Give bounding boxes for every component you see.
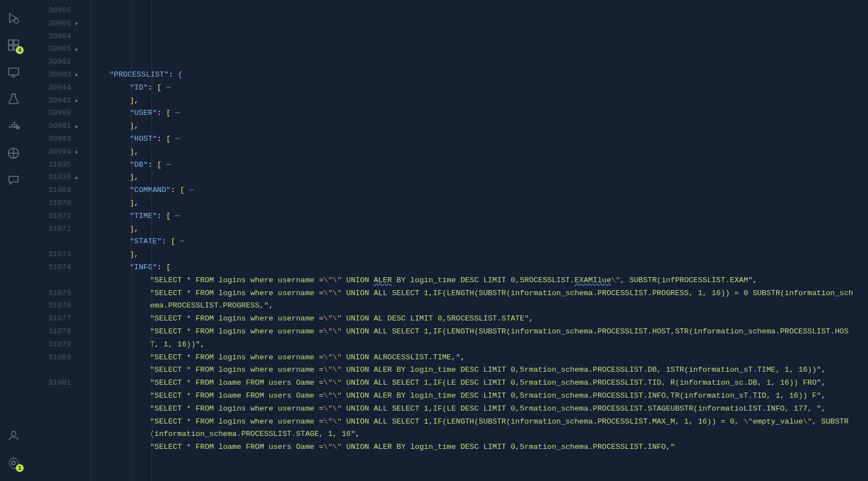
fold-toggle xyxy=(71,210,82,223)
docker-icon[interactable] xyxy=(0,113,27,140)
fold-toggle[interactable] xyxy=(71,146,82,159)
line-number: 31080 xyxy=(27,351,71,364)
code-line[interactable]: ], xyxy=(89,223,868,236)
code-line[interactable]: "SELECT * FROM logins where username =\"… xyxy=(89,351,868,364)
fold-toggle[interactable] xyxy=(71,43,82,56)
line-number: 30903 xyxy=(27,69,71,82)
code-line[interactable]: ], xyxy=(89,197,868,210)
code-line[interactable]: "COMMAND": [ ⋯ xyxy=(89,184,868,197)
line-number: 30884 xyxy=(27,30,71,43)
svg-rect-3 xyxy=(8,46,13,50)
line-number xyxy=(27,235,71,248)
fold-toggle[interactable] xyxy=(71,95,82,108)
fold-toggle xyxy=(71,223,82,236)
line-number: 30866 xyxy=(27,17,71,30)
extensions-icon[interactable]: 4 xyxy=(0,32,27,59)
line-number: 30885 xyxy=(27,43,71,56)
line-number: 31072 xyxy=(27,223,71,236)
code-line[interactable]: "SELECT * FROM logins where username =\"… xyxy=(89,416,868,442)
run-debug-icon[interactable] xyxy=(0,5,27,32)
settings-icon[interactable]: 1 xyxy=(0,449,27,476)
line-number: 31069 xyxy=(27,184,71,197)
svg-rect-1 xyxy=(8,40,13,44)
code-line[interactable]: "INFO": [ xyxy=(89,261,868,274)
code-line[interactable]: "SELECT * FROM logins where username =\"… xyxy=(89,274,868,287)
code-line[interactable]: "SELECT * FROM logins where username =\"… xyxy=(89,287,868,313)
code-line[interactable]: "PROCESSLIST": { xyxy=(89,69,868,82)
activity-bar: 4 1 xyxy=(0,0,27,481)
line-number: 31070 xyxy=(27,197,71,210)
kubernetes-icon[interactable] xyxy=(0,140,27,167)
line-number xyxy=(27,274,71,287)
code-line[interactable]: "HOST": [ ⋯ xyxy=(89,133,868,146)
fold-toggle xyxy=(71,339,82,351)
line-number: 31075 xyxy=(27,287,71,300)
comments-icon[interactable] xyxy=(0,167,27,194)
accounts-icon[interactable] xyxy=(0,422,27,449)
svg-point-0 xyxy=(14,19,19,23)
fold-toggle xyxy=(71,248,82,261)
code-line[interactable]: ], xyxy=(89,146,868,159)
code-line[interactable]: "ID": [ ⋯ xyxy=(89,82,868,95)
activity-badge: 1 xyxy=(16,464,24,472)
fold-toggle xyxy=(71,287,82,300)
fold-toggle xyxy=(71,159,82,172)
line-number: 30980 xyxy=(27,107,71,120)
svg-point-8 xyxy=(12,461,15,465)
code-line[interactable]: "SELECT * FROM loame FROM users Oame =\"… xyxy=(89,377,868,390)
fold-toggle xyxy=(71,364,82,377)
fold-toggle xyxy=(71,82,82,95)
code-area[interactable]: "PROCESSLIST": {"ID": [ ⋯],"USER": [ ⋯],… xyxy=(89,0,868,481)
fold-toggle[interactable] xyxy=(71,120,82,133)
code-line[interactable]: "SELECT * FROM loame FROM users Oame =\"… xyxy=(89,441,868,454)
line-number: 30945 xyxy=(27,95,71,108)
fold-toggle[interactable] xyxy=(71,69,82,82)
code-line[interactable]: ], xyxy=(89,171,868,184)
fold-toggle xyxy=(71,184,82,197)
code-line[interactable]: "DB": [ ⋯ xyxy=(89,159,868,172)
fold-toggle xyxy=(71,30,82,43)
svg-rect-2 xyxy=(14,40,19,44)
line-number: 31074 xyxy=(27,261,71,274)
line-number: 30981 xyxy=(27,120,71,133)
fold-toggle xyxy=(71,326,82,339)
code-line[interactable]: ], xyxy=(89,248,868,261)
gutter: 3086530866308843088530902309033094430945… xyxy=(27,0,89,481)
line-number: 31073 xyxy=(27,248,71,261)
fold-toggle xyxy=(71,197,82,210)
fold-toggle xyxy=(71,261,82,274)
line-number: 30902 xyxy=(27,56,71,69)
line-number: 30865 xyxy=(27,5,71,17)
line-number xyxy=(27,364,71,377)
fold-toggle xyxy=(71,56,82,69)
code-line[interactable]: "SELECT * FROM logins where username =\"… xyxy=(89,364,868,377)
svg-point-7 xyxy=(11,431,16,436)
line-number: 31081 xyxy=(27,377,71,390)
activity-badge: 4 xyxy=(16,46,24,54)
line-number: 30994 xyxy=(27,146,71,159)
code-line[interactable]: "SELECT * FROM logins where username =\"… xyxy=(89,403,868,416)
line-number: 30944 xyxy=(27,82,71,95)
fold-toggle xyxy=(71,351,82,364)
fold-toggle xyxy=(71,235,82,248)
code-line[interactable]: ], xyxy=(89,95,868,108)
code-line[interactable]: "TIME": [ ⋯ xyxy=(89,210,868,223)
fold-toggle[interactable] xyxy=(71,17,82,30)
line-number: 31078 xyxy=(27,326,71,339)
code-line[interactable]: "STATE": [ ⋯ xyxy=(89,235,868,248)
code-line[interactable]: "SELECT * FROM loame FROM users Oame =\"… xyxy=(89,390,868,403)
fold-toggle xyxy=(71,377,82,390)
testing-icon[interactable] xyxy=(0,86,27,113)
code-line[interactable]: "SELECT * FROM logins where username =\"… xyxy=(89,326,868,351)
line-number: 31036 xyxy=(27,171,71,184)
remote-explorer-icon[interactable] xyxy=(0,59,27,86)
fold-toggle[interactable] xyxy=(71,171,82,184)
fold-toggle xyxy=(71,274,82,287)
line-number: 31077 xyxy=(27,313,71,326)
line-number: 30993 xyxy=(27,133,71,146)
code-line[interactable]: "SELECT * FROM logins where username =\"… xyxy=(89,313,868,326)
svg-rect-5 xyxy=(8,68,19,75)
code-line[interactable]: "USER": [ ⋯ xyxy=(89,107,868,120)
code-line[interactable]: ], xyxy=(89,120,868,133)
fold-toggle xyxy=(71,107,82,120)
